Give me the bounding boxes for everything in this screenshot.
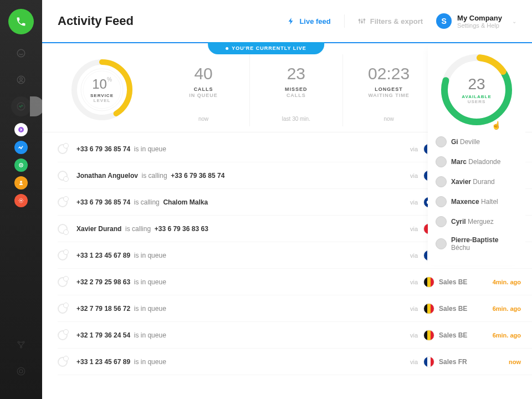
user-item[interactable]: Maxence Haltel: [428, 192, 525, 212]
feed-text: +33 1 23 45 67 89 is in queue: [76, 358, 166, 366]
filters-label: Filters & export: [370, 17, 423, 25]
nav-sub-settings-icon[interactable]: [14, 194, 28, 207]
svg-point-5: [21, 165, 21, 165]
channel-name: Sales BE: [439, 331, 483, 339]
svg-point-2: [20, 78, 23, 80]
call-direction-icon: [58, 250, 68, 260]
stat-value: 23: [253, 64, 339, 83]
call-direction-icon: [58, 144, 68, 154]
call-direction-icon: [58, 304, 68, 314]
company-sub: Settings & Help: [457, 22, 502, 29]
user-avatar: [436, 216, 447, 227]
channel-name: Sales FR: [439, 358, 483, 366]
sliders-icon: [358, 17, 366, 25]
nav-contacts-icon[interactable]: [11, 70, 31, 90]
user-avatar: [436, 136, 447, 147]
header: Activity Feed Live feed Filters & export…: [42, 0, 532, 43]
flag-icon: [423, 277, 434, 288]
feed-row[interactable]: +32 2 79 25 98 63 is in queue via Sales …: [58, 269, 532, 295]
via-label: via: [410, 332, 418, 339]
nav-help-icon[interactable]: [11, 361, 31, 381]
via-label: via: [410, 172, 418, 179]
time-ago: 6min. ago: [483, 305, 532, 312]
feed-text: +33 1 23 45 67 89 is in queue: [76, 252, 166, 259]
user-item[interactable]: Cyril Merguez: [428, 212, 525, 232]
stat-label-2: CALLS: [253, 93, 339, 98]
user-avatar: [436, 156, 447, 167]
nav-bottom: [0, 328, 42, 388]
channel-name: Sales BE: [439, 305, 483, 313]
call-direction-icon: [58, 197, 68, 207]
via-label: via: [410, 146, 418, 152]
stat-card: 40 CALLS IN QUEUE now: [157, 54, 250, 126]
via-label: via: [410, 252, 418, 259]
sidebar: [0, 0, 42, 399]
feed-text: Xavier Durand is calling +33 6 79 36 83 …: [76, 225, 208, 233]
stat-when: now: [346, 116, 432, 122]
nav-sub-integrations-icon[interactable]: [14, 158, 28, 172]
stat-label-2: WAITING TIME: [346, 93, 432, 98]
user-name: Maxence Haltel: [451, 198, 498, 206]
user-name: Gi Deville: [451, 138, 480, 146]
feed-row[interactable]: +32 1 79 36 24 54 is in queue via Sales …: [58, 322, 532, 349]
service-level-l2: LEVEL: [94, 98, 111, 103]
via-label: via: [410, 279, 418, 285]
user-avatar: [436, 176, 447, 187]
svg-point-0: [17, 49, 25, 57]
bolt-icon: [287, 17, 295, 25]
svg-point-6: [20, 181, 22, 183]
nav-network-icon[interactable]: [11, 335, 31, 355]
via-label: via: [410, 305, 418, 312]
company-menu[interactable]: S My Company Settings & Help ⌄: [436, 13, 516, 29]
via-label: via: [410, 226, 418, 232]
svg-point-10: [21, 346, 22, 348]
call-direction-icon: [58, 224, 68, 234]
percent-label: %: [107, 76, 112, 83]
flag-icon: [423, 356, 434, 367]
nav-sub-analytics-icon[interactable]: [14, 141, 28, 154]
flag-icon: [423, 330, 434, 341]
feed-text: +33 6 79 36 85 74 is in queue: [76, 145, 166, 153]
user-name: Xavier Durand: [451, 178, 495, 186]
stat-when: last 30 min.: [253, 116, 339, 122]
svg-point-15: [364, 19, 365, 21]
stat-label-1: MISSED: [253, 86, 339, 92]
svg-point-11: [17, 367, 25, 375]
company-name: My Company: [457, 14, 502, 22]
svg-point-8: [18, 341, 19, 343]
stat-label-1: LONGEST: [346, 86, 432, 92]
stat-label-2: IN QUEUE: [161, 93, 246, 98]
nav-sub-teams-icon[interactable]: [14, 176, 28, 190]
user-item[interactable]: Gi Deville: [428, 132, 525, 152]
svg-point-7: [21, 200, 22, 202]
svg-point-13: [359, 19, 360, 21]
available-users-panel: 23 AVAILABLE USERS Gi Deville Marc Delad…: [428, 44, 525, 265]
stat-value: 40: [161, 64, 246, 83]
user-item[interactable]: Marc Deladonde: [428, 152, 525, 172]
flag-icon: [423, 303, 434, 314]
nav-sub-group: [0, 123, 42, 207]
nav-sub-live-icon[interactable]: [14, 123, 28, 136]
feed-row[interactable]: +32 7 79 18 56 72 is in queue via Sales …: [58, 295, 532, 322]
nav-calls-icon[interactable]: [11, 43, 31, 63]
service-level-l1: SERVICE: [90, 93, 114, 98]
user-name: Marc Deladonde: [451, 158, 500, 166]
stat-when: now: [161, 116, 246, 122]
time-ago: 4min. ago: [483, 279, 532, 285]
via-label: via: [410, 359, 418, 365]
channel-name: Sales BE: [439, 278, 483, 286]
call-direction-icon: [58, 357, 68, 367]
user-item[interactable]: Pierre-Baptiste Béchu: [428, 232, 525, 256]
nav-activity-icon[interactable]: [11, 96, 31, 116]
app-logo[interactable]: [8, 9, 34, 34]
available-l2: USERS: [468, 99, 486, 104]
service-level-gauge: 10% SERVICE LEVEL: [47, 54, 157, 126]
user-item[interactable]: Xavier Durand: [428, 172, 525, 192]
feed-text: +32 2 79 25 98 63 is in queue: [76, 278, 166, 286]
feed-row[interactable]: +33 1 23 45 67 89 is in queue via Sales …: [58, 349, 532, 375]
company-avatar: S: [436, 13, 452, 29]
live-feed-toggle[interactable]: Live feed: [287, 17, 330, 25]
call-direction-icon: [58, 171, 68, 181]
chevron-down-icon: ⌄: [512, 18, 516, 24]
filters-button[interactable]: Filters & export: [358, 17, 423, 25]
